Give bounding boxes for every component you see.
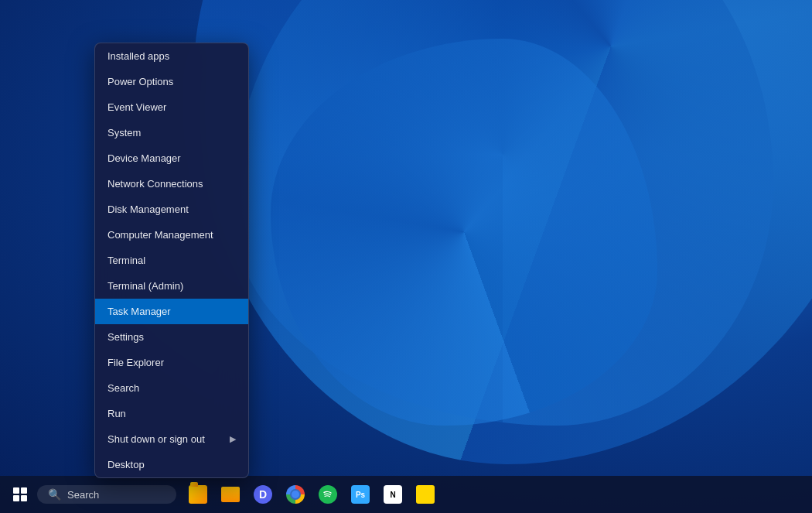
menu-item-label-event-viewer: Event Viewer bbox=[107, 101, 236, 113]
taskbar-apps: D PsN bbox=[183, 479, 441, 510]
menu-item-settings[interactable]: Settings bbox=[95, 324, 248, 350]
spotify-icon bbox=[319, 485, 337, 504]
taskbar-app-spotify[interactable] bbox=[312, 479, 343, 510]
folder-icon bbox=[221, 487, 240, 502]
menu-item-label-device-manager: Device Manager bbox=[107, 152, 236, 164]
menu-item-disk-management[interactable]: Disk Management bbox=[95, 197, 248, 222]
taskbar: 🔍 Search D PsN bbox=[0, 476, 812, 513]
menu-item-shut-down[interactable]: Shut down or sign out▶ bbox=[95, 426, 248, 452]
taskbar-app-chrome[interactable] bbox=[280, 479, 311, 510]
file-manager-icon bbox=[189, 485, 207, 504]
menu-item-label-run: Run bbox=[107, 408, 236, 419]
taskbar-app-discord[interactable]: D bbox=[247, 479, 278, 510]
menu-item-terminal[interactable]: Terminal bbox=[95, 248, 248, 273]
windows-logo-icon bbox=[13, 487, 27, 501]
menu-item-label-terminal: Terminal bbox=[107, 255, 236, 266]
menu-item-label-power-options: Power Options bbox=[107, 76, 236, 87]
menu-item-label-disk-management: Disk Management bbox=[107, 203, 236, 215]
menu-item-label-file-explorer: File Explorer bbox=[107, 357, 236, 368]
menu-item-label-network-connections: Network Connections bbox=[107, 178, 236, 190]
menu-item-label-desktop: Desktop bbox=[107, 459, 236, 470]
search-icon: 🔍 bbox=[48, 488, 61, 501]
menu-item-network-connections[interactable]: Network Connections bbox=[95, 171, 248, 197]
menu-item-run[interactable]: Run bbox=[95, 401, 248, 426]
menu-item-event-viewer[interactable]: Event Viewer bbox=[95, 94, 248, 120]
menu-item-label-task-manager: Task Manager bbox=[107, 306, 236, 317]
menu-item-task-manager[interactable]: Task Manager bbox=[95, 299, 248, 324]
taskbar-app-photoshop[interactable]: Ps bbox=[345, 479, 376, 510]
taskbar-search-label: Search bbox=[67, 489, 99, 501]
taskbar-app-notes[interactable] bbox=[410, 479, 441, 510]
discord-icon: D bbox=[254, 485, 272, 504]
menu-item-power-options[interactable]: Power Options bbox=[95, 69, 248, 94]
taskbar-search[interactable]: 🔍 Search bbox=[37, 485, 176, 504]
menu-item-device-manager[interactable]: Device Manager bbox=[95, 145, 248, 171]
menu-item-system[interactable]: System bbox=[95, 120, 248, 145]
menu-item-search[interactable]: Search bbox=[95, 375, 248, 401]
taskbar-app-file-manager[interactable] bbox=[183, 479, 213, 510]
menu-item-desktop[interactable]: Desktop bbox=[95, 452, 248, 477]
start-button[interactable] bbox=[6, 481, 34, 508]
taskbar-app-folder[interactable] bbox=[215, 479, 246, 510]
menu-item-label-shut-down: Shut down or sign out bbox=[107, 433, 230, 445]
menu-item-label-system: System bbox=[107, 127, 236, 139]
menu-item-label-terminal-admin: Terminal (Admin) bbox=[107, 280, 236, 292]
notion-icon: N bbox=[384, 485, 402, 504]
menu-item-installed-apps[interactable]: Installed apps bbox=[95, 43, 248, 69]
menu-item-file-explorer[interactable]: File Explorer bbox=[95, 350, 248, 375]
menu-item-label-installed-apps: Installed apps bbox=[107, 50, 236, 62]
notes-icon bbox=[416, 485, 435, 504]
menu-item-label-search: Search bbox=[107, 382, 236, 394]
menu-item-computer-management[interactable]: Computer Management bbox=[95, 222, 248, 248]
chrome-icon bbox=[286, 485, 305, 504]
taskbar-app-notion[interactable]: N bbox=[377, 479, 408, 510]
context-menu: Installed appsPower OptionsEvent ViewerS… bbox=[94, 43, 249, 478]
menu-arrow-icon-shut-down: ▶ bbox=[230, 434, 236, 444]
menu-item-label-settings: Settings bbox=[107, 331, 236, 343]
menu-item-label-computer-management: Computer Management bbox=[107, 229, 236, 241]
menu-item-terminal-admin[interactable]: Terminal (Admin) bbox=[95, 273, 248, 299]
photoshop-icon: Ps bbox=[351, 485, 370, 504]
